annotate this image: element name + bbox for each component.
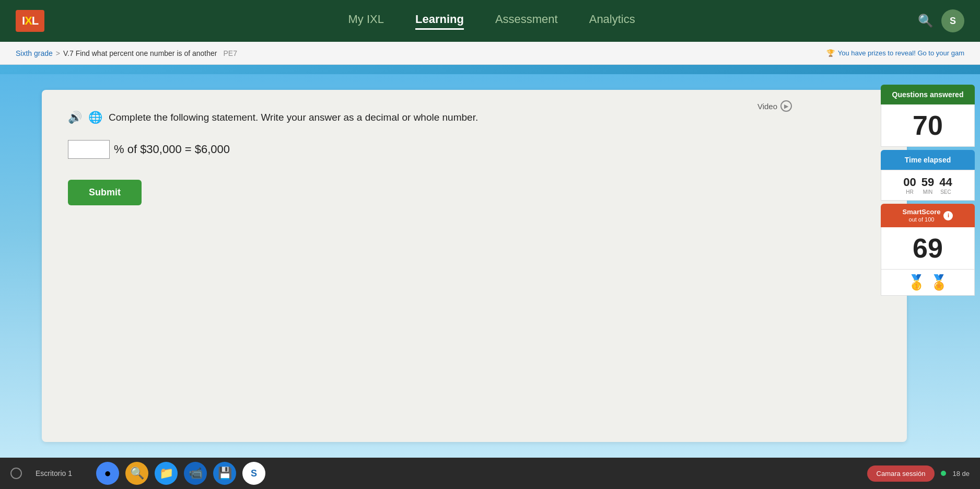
taskbar: Escritorio 1 ● 🔍 📁 📹 💾 S Camara sessión … [0,458,980,489]
logo-x: X [25,14,32,27]
info-icon[interactable]: i [943,211,953,220]
breadcrumb-code: PE7 [223,49,237,57]
breadcrumb: Sixth grade > V.7 Find what percent one … [16,49,237,57]
prizes-banner[interactable]: 🏆 You have prizes to reveal! Go to your … [826,49,964,57]
time-min-unit: 59 MIN [921,176,934,195]
nav-my-ixl[interactable]: My IXL [348,13,384,30]
search-icon[interactable]: 🔍 [918,14,934,28]
speaker-icon[interactable]: 🔊 [68,111,82,124]
nav-links: My IXL Learning Assessment Analytics [65,13,918,30]
blue-medal-icon: 🏅 [930,274,948,291]
ixl-logo[interactable]: IXL [16,10,44,32]
questions-count: 70 [881,104,975,147]
time-sec-label: SEC [940,189,951,195]
s-app-icon[interactable]: S [242,462,265,485]
highlight-bar [0,65,980,74]
answer-row: % of $30,000 = $6,000 [68,140,881,159]
questions-answered-label: Questions answered [881,85,975,104]
time-hr-value: 00 [903,176,916,189]
breadcrumb-separator: > [56,49,60,57]
prizes-label: You have prizes to reveal! Go to your ga… [838,49,964,57]
logo-l: L [32,14,38,27]
taskbar-circle[interactable] [10,468,22,479]
time-hr-unit: 00 HR [903,176,916,195]
breadcrumb-topic: V.7 Find what percent one number is of a… [63,49,217,57]
taskbar-clock: 18 de [952,470,970,478]
time-sec-unit: 44 SEC [939,176,952,195]
time-sec-value: 44 [939,176,952,189]
question-instruction: Complete the following statement. Write … [109,112,478,123]
disk-icon[interactable]: 💾 [213,462,236,485]
time-elapsed-label: Time elapsed [881,150,975,170]
taskbar-right: Camara sessión 18 de [867,465,970,482]
smart-score-sub: out of 100 [909,216,935,223]
time-hr-label: HR [906,189,913,195]
time-digits: 00 HR 59 MIN 44 SEC [881,170,975,201]
medals-row: 🥇 🏅 [881,270,975,296]
answer-input[interactable] [68,140,110,159]
top-nav: IXL My IXL Learning Assessment Analytics… [0,0,980,42]
breadcrumb-bar: Sixth grade > V.7 Find what percent one … [0,42,980,65]
right-panel: Questions answered 70 Time elapsed 00 HR… [881,85,975,296]
main-area: Video ▶ 🔊 🌐 Complete the following state… [0,74,980,458]
nav-analytics[interactable]: Analytics [589,13,635,30]
smart-score-title: SmartScore [903,208,941,216]
network-dot [941,471,946,476]
taskbar-desktop-label: Escritorio 1 [36,469,72,478]
taskbar-icons: ● 🔍 📁 📹 💾 S [96,462,265,485]
breadcrumb-grade[interactable]: Sixth grade [16,49,53,57]
smart-score-number: 69 [881,227,975,270]
nav-learning[interactable]: Learning [415,13,464,30]
search-app-icon[interactable]: 🔍 [125,462,148,485]
trophy-icon: 🏆 [826,49,835,57]
smart-score-label[interactable]: SmartScore out of 100 i [881,204,975,227]
time-min-label: MIN [923,189,932,195]
problem-card: Video ▶ 🔊 🌐 Complete the following state… [42,90,907,442]
time-min-value: 59 [921,176,934,189]
submit-button[interactable]: Submit [68,180,142,205]
translate-icon[interactable]: 🌐 [88,111,102,124]
files-icon[interactable]: 📁 [155,462,178,485]
video-app-icon[interactable]: 📹 [184,462,207,485]
gold-medal-icon: 🥇 [907,274,926,291]
nav-right: 🔍 S [918,9,964,32]
user-avatar[interactable]: S [941,9,964,32]
chrome-icon[interactable]: ● [96,462,119,485]
equation-text: % of $30,000 = $6,000 [114,143,230,156]
video-label: Video [757,102,777,111]
video-circle-icon: ▶ [780,100,792,112]
question-text: 🔊 🌐 Complete the following statement. Wr… [68,111,881,124]
nav-assessment[interactable]: Assessment [495,13,558,30]
video-link[interactable]: Video ▶ [757,100,792,112]
camara-button[interactable]: Camara sessión [867,465,935,482]
